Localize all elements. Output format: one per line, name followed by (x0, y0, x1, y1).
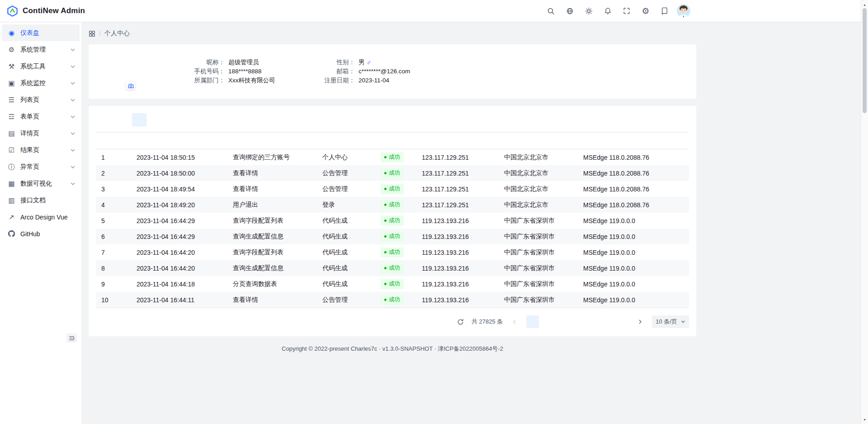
cell-time: 2023-11-04 16:44:29 (137, 217, 233, 224)
pagination: 共 27825 条 10 条/页 (96, 315, 689, 328)
header-actions: ⚙ (543, 0, 691, 22)
cell-browser: MSEdge 118.0.2088.76 (583, 186, 689, 193)
sidebar-item[interactable]: ⓘ 异常页 (2, 158, 80, 175)
sidebar-item[interactable]: ▣ 系统监控 (2, 75, 80, 91)
cell-status: 成功 (381, 152, 422, 162)
vertical-scrollbar[interactable]: ▲ ▼ (861, 0, 868, 424)
app-logo[interactable]: ContiNew Admin (6, 5, 85, 17)
tab[interactable] (132, 113, 146, 127)
sidebar-item[interactable]: ⚙ 系统管理 (2, 41, 80, 58)
search-button[interactable] (543, 4, 558, 18)
sidebar-item[interactable]: ☲ 表单页 (2, 108, 80, 125)
sidebar-item[interactable]: ▦ 数据可视化 (2, 175, 80, 192)
status-text: 成功 (389, 248, 400, 256)
cell-location: 中国北京北京市 (504, 185, 583, 193)
collapse-sidebar-button[interactable] (66, 333, 77, 343)
user-avatar-button[interactable] (676, 4, 691, 18)
theme-button[interactable] (581, 4, 596, 18)
language-button[interactable] (562, 4, 577, 18)
cell-browser: MSEdge 119.0.0.0 (583, 217, 689, 224)
chevron-down-icon (71, 131, 75, 136)
profile-field: 手机号码： 188****8888 (184, 67, 314, 76)
cell-status: 成功 (381, 248, 422, 257)
sidebar-item-label: GitHub (20, 230, 75, 238)
chevron-left-icon (512, 319, 517, 324)
sidebar-item[interactable]: ☰ 列表页 (2, 91, 80, 108)
sidebar-item-icon: ▤ (7, 130, 16, 137)
status-dot-icon (384, 251, 387, 253)
scrollbar-thumb[interactable] (863, 8, 867, 113)
sidebar-item-icon: ◉ (7, 29, 16, 36)
docs-button[interactable] (657, 4, 672, 18)
fullscreen-button[interactable] (619, 4, 634, 18)
avatar (677, 4, 690, 18)
sidebar-item-label: 结果页 (20, 146, 71, 154)
sidebar-item-icon: ☲ (7, 113, 16, 120)
app-title: ContiNew Admin (23, 6, 85, 15)
operation-log-card: 1 2023-11-04 18:50:15 查询绑定的三方账号 个人中心 成功 (89, 106, 696, 336)
sidebar-item[interactable]: ▤ 详情页 (2, 125, 80, 142)
cell-module: 公告管理 (322, 185, 381, 193)
chevron-down-icon (71, 64, 75, 69)
sidebar-menu: ◉ 仪表盘 ⚙ 系统管理 ⚒ (0, 24, 81, 242)
scroll-up-arrow[interactable]: ▲ (861, 1, 868, 8)
cell-location: 中国广东省深圳市 (504, 280, 583, 288)
cell-content: 查询生成配置信息 (233, 233, 322, 241)
app-root: ContiNew Admin (0, 0, 868, 424)
sidebar-item-label: 接口文档 (20, 196, 75, 205)
pagination-page[interactable] (541, 315, 554, 328)
tab[interactable] (96, 113, 110, 127)
pagination-page[interactable] (586, 315, 599, 328)
sidebar-item-icon (7, 230, 16, 237)
cell-location: 中国北京北京市 (504, 153, 583, 162)
cell-location: 中国广东省深圳市 (504, 248, 583, 257)
pagination-total: 共 27825 条 (472, 318, 503, 326)
status-dot-icon (384, 283, 387, 285)
sidebar-item-icon: ☰ (7, 96, 16, 103)
sidebar-item[interactable]: ◉ 仪表盘 (2, 24, 80, 41)
pagination-prev[interactable] (508, 315, 521, 328)
sidebar-item[interactable]: ▥ 接口文档 (2, 192, 80, 209)
table-row: 5 2023-11-04 16:44:29 查询字段配置列表 代码生成 成功 (96, 213, 689, 229)
cell-content: 用户退出 (233, 201, 322, 209)
profile-field-value: 男 (359, 58, 365, 67)
page-size-select[interactable]: 10 条/页 (652, 315, 689, 328)
sidebar-item[interactable]: ↗ Arco Design Vue (2, 209, 80, 225)
pagination-page[interactable] (571, 315, 584, 328)
cell-time: 2023-11-04 16:44:11 (137, 296, 233, 304)
sidebar-item[interactable]: ⚒ 系统工具 (2, 58, 80, 75)
bell-icon (604, 7, 612, 15)
cell-content: 查看详情 (233, 169, 322, 177)
pagination-page[interactable] (601, 315, 613, 328)
change-avatar-button[interactable] (126, 81, 135, 90)
cell-index: 9 (96, 281, 137, 288)
sidebar-item-icon: ☑ (7, 147, 16, 153)
chevron-down-icon (71, 148, 75, 152)
apps-grid-icon[interactable] (89, 30, 95, 37)
profile-field: 昵称： 超级管理员 (184, 58, 314, 67)
pagination-page[interactable] (526, 315, 539, 328)
profile-fields-right: 性别： 男 ♂ 邮箱： c********@126.com 注册日期： 2023… (318, 58, 410, 85)
pagination-page[interactable] (556, 315, 569, 328)
footer: Copyright © 2022-present Charles7c · v1.… (89, 345, 696, 353)
sidebar-item-icon: ↗ (7, 214, 16, 220)
sidebar-item[interactable]: ☑ 结果页 (2, 142, 80, 158)
sidebar-item-label: 系统工具 (20, 62, 71, 71)
cell-content: 查询生成配置信息 (233, 264, 322, 272)
tab[interactable] (114, 113, 128, 127)
cell-module: 代码生成 (322, 248, 381, 257)
status-dot-icon (384, 204, 387, 206)
cell-ip: 123.117.129.251 (422, 186, 504, 193)
settings-button[interactable]: ⚙ (638, 4, 653, 18)
notifications-button[interactable] (600, 4, 615, 18)
refresh-button[interactable] (455, 316, 466, 327)
copyright-text: Copyright © 2022-present Charles7c · v1.… (282, 345, 503, 352)
sidebar-item[interactable]: GitHub (2, 225, 80, 242)
male-icon: ♂ (367, 58, 372, 67)
scroll-down-arrow[interactable]: ▼ (861, 416, 868, 423)
table-body: 1 2023-11-04 18:50:15 查询绑定的三方账号 个人中心 成功 (96, 149, 689, 308)
pagination-next[interactable] (634, 315, 646, 328)
pagination-page[interactable] (616, 315, 628, 328)
profile-tabs (96, 113, 689, 127)
table-row: 10 2023-11-04 16:44:11 查看详情 公告管理 成功 (96, 292, 689, 308)
